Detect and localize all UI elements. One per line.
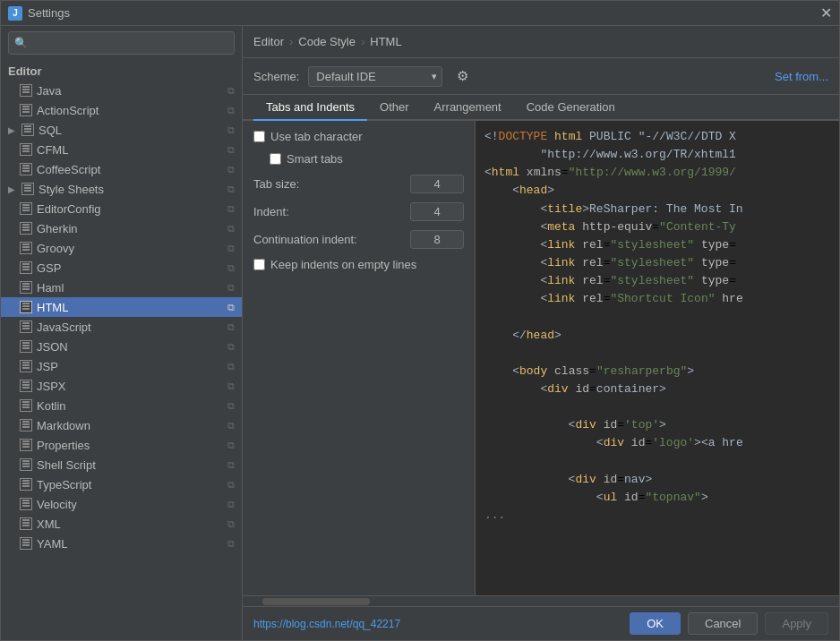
sidebar-item-label-groovy: Groovy	[37, 242, 74, 255]
page-icon-editorconfig	[19, 201, 33, 216]
page-icon-markdown	[19, 418, 33, 432]
tab-size-label: Tab size:	[253, 177, 410, 191]
code-preview: <!DOCTYPE html PUBLIC "-//W3C//DTD X "ht…	[476, 121, 839, 595]
url-display: https://blog.csdn.net/qq_42217	[253, 618, 622, 630]
sidebar-item-label-properties: Properties	[37, 439, 90, 452]
indent-input[interactable]	[410, 202, 464, 221]
arrow-icon-style-sheets: ▶	[8, 184, 15, 194]
page-icon-sql	[21, 123, 35, 137]
sidebar-item-velocity[interactable]: Velocity ⧉	[1, 494, 242, 514]
code-line-19	[484, 453, 830, 471]
copy-icon-haml: ⧉	[227, 282, 235, 294]
sidebar-item-style-sheets[interactable]: ▶ Style Sheets ⧉	[1, 179, 242, 199]
set-from-link[interactable]: Set from...	[775, 70, 828, 83]
sidebar-item-label-haml: Haml	[37, 281, 64, 295]
search-icon: 🔍	[14, 37, 28, 49]
sidebar-item-java[interactable]: Java ⧉	[1, 81, 242, 100]
smart-tabs-checkbox[interactable]	[270, 153, 281, 165]
sidebar-item-groovy[interactable]: Groovy ⧉	[1, 238, 242, 258]
copy-icon-java: ⧉	[227, 85, 235, 97]
sidebar-item-cfml[interactable]: CFML ⧉	[1, 140, 242, 159]
copy-icon-typescript: ⧉	[227, 479, 235, 491]
page-icon-jsp	[19, 359, 33, 373]
horizontal-scrollbar[interactable]	[243, 595, 839, 606]
breadcrumb-code-style: Code Style	[298, 35, 356, 48]
copy-icon-style-sheets: ⧉	[227, 184, 235, 195]
sidebar-item-label-editorconfig: EditorConfig	[37, 202, 101, 216]
sidebar-item-gsp[interactable]: GSP ⧉	[1, 258, 242, 278]
code-line-20: <div id=nav>	[484, 471, 830, 489]
copy-icon-jspx: ⧉	[227, 380, 235, 392]
page-icon-kotlin	[19, 398, 33, 413]
sidebar-item-label-typescript: TypeScript	[37, 478, 91, 491]
sidebar-item-javascript[interactable]: JavaScript ⧉	[1, 317, 242, 337]
sidebar-item-editorconfig[interactable]: EditorConfig ⧉	[1, 199, 242, 218]
copy-icon-sql: ⧉	[227, 124, 235, 136]
cancel-button[interactable]: Cancel	[688, 612, 758, 635]
keep-indents-row: Keep indents on empty lines	[253, 258, 464, 271]
sidebar-item-label-xml: XML	[37, 517, 61, 531]
sidebar-item-markdown[interactable]: Markdown ⧉	[1, 415, 242, 435]
breadcrumb: Editor › Code Style › HTML	[243, 26, 839, 58]
sidebar-item-coffeescript[interactable]: CoffeeScript ⧉	[1, 159, 242, 179]
sidebar-item-label-jsp: JSP	[37, 360, 58, 373]
copy-icon-gherkin: ⧉	[227, 223, 235, 235]
use-tab-character-label: Use tab character	[270, 130, 363, 143]
sidebar-item-yaml[interactable]: YAML ⧉	[1, 534, 242, 553]
use-tab-character-row: Use tab character	[253, 130, 464, 143]
settings-window: J Settings ✕ 🔍 Editor Java ⧉	[0, 0, 840, 641]
page-icon-style-sheets	[21, 182, 35, 196]
tab-code-generation[interactable]: Code Generation	[514, 95, 628, 121]
sidebar-section-editor[interactable]: Editor	[1, 62, 242, 81]
smart-tabs-row: Smart tabs	[253, 152, 464, 166]
sidebar-item-label-kotlin: Kotlin	[37, 399, 66, 413]
tab-arrangement[interactable]: Arrangement	[422, 95, 514, 121]
sidebar-item-label-html: HTML	[37, 301, 68, 314]
continuation-indent-label: Continuation indent:	[253, 233, 410, 246]
scheme-gear-button[interactable]: ⚙	[451, 65, 473, 87]
keep-indents-checkbox[interactable]	[253, 259, 265, 270]
sidebar-item-label-gherkin: Gherkin	[37, 222, 78, 235]
scrollbar-thumb[interactable]	[262, 598, 370, 605]
sidebar-item-html[interactable]: HTML ⧉	[1, 297, 242, 317]
window-title: Settings	[28, 6, 70, 20]
code-line-18: <div id='logo'><a hre	[484, 434, 830, 452]
sidebar-item-gherkin[interactable]: Gherkin ⧉	[1, 218, 242, 238]
sidebar-item-shell-script[interactable]: Shell Script ⧉	[1, 455, 242, 474]
tab-size-input[interactable]	[410, 175, 464, 193]
sidebar-item-jspx[interactable]: JSPX ⧉	[1, 376, 242, 396]
tab-other[interactable]: Other	[367, 95, 422, 121]
code-line-17: <div id='top'>	[484, 416, 830, 434]
sidebar-item-haml[interactable]: Haml ⧉	[1, 278, 242, 297]
search-input[interactable]	[32, 37, 228, 49]
page-icon-typescript	[19, 477, 33, 491]
sidebar-item-xml[interactable]: XML ⧉	[1, 514, 242, 534]
page-icon-coffeescript	[19, 162, 33, 176]
sidebar-item-sql[interactable]: ▶ SQL ⧉	[1, 120, 242, 140]
code-line-22: ...	[484, 507, 830, 525]
page-icon-yaml	[19, 536, 33, 551]
sidebar-item-actionscript[interactable]: ActionScript ⧉	[1, 100, 242, 120]
copy-icon-cfml: ⧉	[227, 144, 235, 156]
sidebar-item-kotlin[interactable]: Kotlin ⧉	[1, 396, 242, 415]
apply-button[interactable]: Apply	[765, 612, 828, 635]
close-button[interactable]: ✕	[820, 6, 832, 21]
indent-row: Indent:	[253, 202, 464, 221]
sidebar-item-json[interactable]: JSON ⧉	[1, 337, 242, 356]
ok-button[interactable]: OK	[630, 612, 681, 635]
sidebar-item-label-velocity: Velocity	[37, 498, 77, 511]
scheme-select[interactable]: Default IDE	[308, 66, 442, 87]
code-line-12: </head>	[484, 327, 830, 345]
use-tab-character-checkbox[interactable]	[253, 131, 265, 142]
page-icon-gsp	[19, 261, 33, 275]
sidebar-item-label-gsp: GSP	[37, 261, 61, 275]
arrow-icon-sql: ▶	[8, 125, 15, 135]
sidebar-item-properties[interactable]: Properties ⧉	[1, 435, 242, 455]
copy-icon-actionscript: ⧉	[227, 105, 235, 116]
sidebar-item-typescript[interactable]: TypeScript ⧉	[1, 474, 242, 494]
sidebar-item-jsp[interactable]: JSP ⧉	[1, 356, 242, 376]
search-box[interactable]: 🔍	[8, 31, 235, 55]
code-line-21: <ul id="topnav">	[484, 489, 830, 507]
continuation-indent-input[interactable]	[410, 230, 464, 249]
tab-tabs-and-indents[interactable]: Tabs and Indents	[253, 95, 367, 121]
